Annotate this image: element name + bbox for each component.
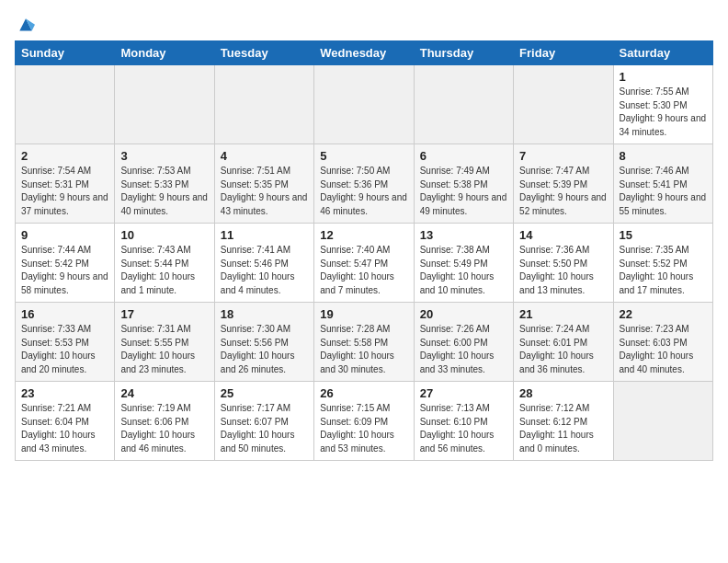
- calendar-cell: 6Sunrise: 7:49 AM Sunset: 5:38 PM Daylig…: [414, 144, 513, 224]
- calendar-cell: [16, 65, 115, 144]
- calendar-cell: 20Sunrise: 7:26 AM Sunset: 6:00 PM Dayli…: [414, 303, 513, 382]
- calendar-cell: 9Sunrise: 7:44 AM Sunset: 5:42 PM Daylig…: [16, 224, 115, 303]
- day-number: 2: [21, 149, 108, 163]
- day-number: 8: [620, 149, 707, 163]
- day-number: 14: [519, 228, 607, 242]
- day-number: 11: [221, 228, 308, 242]
- logo-icon: [17, 15, 35, 33]
- calendar-cell: 23Sunrise: 7:21 AM Sunset: 6:04 PM Dayli…: [16, 382, 115, 461]
- calendar-cell: [414, 65, 513, 144]
- calendar-week-row: 23Sunrise: 7:21 AM Sunset: 6:04 PM Dayli…: [16, 382, 713, 461]
- weekday-header: Tuesday: [214, 41, 313, 65]
- weekday-header: Friday: [514, 41, 613, 65]
- day-number: 24: [120, 386, 208, 400]
- calendar-cell: [514, 65, 613, 144]
- day-number: 20: [420, 307, 507, 321]
- day-number: 26: [320, 386, 407, 400]
- day-info: Sunrise: 7:35 AM Sunset: 5:52 PM Dayligh…: [620, 244, 707, 297]
- day-info: Sunrise: 7:41 AM Sunset: 5:46 PM Dayligh…: [221, 244, 308, 297]
- calendar-cell: 14Sunrise: 7:36 AM Sunset: 5:50 PM Dayli…: [514, 224, 613, 303]
- weekday-header: Saturday: [613, 41, 712, 65]
- weekday-header: Thursday: [414, 41, 513, 65]
- calendar-cell: 21Sunrise: 7:24 AM Sunset: 6:01 PM Dayli…: [514, 303, 613, 382]
- weekday-header-row: SundayMondayTuesdayWednesdayThursdayFrid…: [16, 41, 713, 65]
- day-number: 27: [420, 386, 507, 400]
- day-number: 3: [120, 149, 208, 163]
- day-info: Sunrise: 7:40 AM Sunset: 5:47 PM Dayligh…: [320, 244, 407, 297]
- calendar-cell: 10Sunrise: 7:43 AM Sunset: 5:44 PM Dayli…: [115, 224, 214, 303]
- day-info: Sunrise: 7:38 AM Sunset: 5:49 PM Dayligh…: [420, 244, 507, 297]
- day-number: 25: [221, 386, 308, 400]
- calendar-cell: [214, 65, 313, 144]
- day-number: 6: [420, 149, 507, 163]
- day-info: Sunrise: 7:24 AM Sunset: 6:01 PM Dayligh…: [519, 323, 607, 376]
- calendar-cell: 19Sunrise: 7:28 AM Sunset: 5:58 PM Dayli…: [314, 303, 414, 382]
- calendar-cell: 2Sunrise: 7:54 AM Sunset: 5:31 PM Daylig…: [16, 144, 115, 224]
- day-number: 13: [420, 228, 507, 242]
- calendar-cell: 17Sunrise: 7:31 AM Sunset: 5:55 PM Dayli…: [115, 303, 214, 382]
- calendar-cell: 4Sunrise: 7:51 AM Sunset: 5:35 PM Daylig…: [214, 144, 313, 224]
- day-info: Sunrise: 7:33 AM Sunset: 5:53 PM Dayligh…: [21, 323, 108, 376]
- day-number: 4: [221, 149, 308, 163]
- day-info: Sunrise: 7:31 AM Sunset: 5:55 PM Dayligh…: [120, 323, 208, 376]
- day-info: Sunrise: 7:15 AM Sunset: 6:09 PM Dayligh…: [320, 402, 407, 455]
- day-info: Sunrise: 7:51 AM Sunset: 5:35 PM Dayligh…: [221, 165, 308, 218]
- calendar-table: SundayMondayTuesdayWednesdayThursdayFrid…: [15, 40, 713, 461]
- calendar-cell: 12Sunrise: 7:40 AM Sunset: 5:47 PM Dayli…: [314, 224, 414, 303]
- calendar-cell: 8Sunrise: 7:46 AM Sunset: 5:41 PM Daylig…: [613, 144, 712, 224]
- day-info: Sunrise: 7:12 AM Sunset: 6:12 PM Dayligh…: [519, 402, 607, 455]
- day-info: Sunrise: 7:26 AM Sunset: 6:00 PM Dayligh…: [420, 323, 507, 376]
- day-number: 5: [320, 149, 407, 163]
- calendar-cell: 24Sunrise: 7:19 AM Sunset: 6:06 PM Dayli…: [115, 382, 214, 461]
- page-header: [15, 15, 713, 33]
- day-number: 9: [21, 228, 108, 242]
- day-info: Sunrise: 7:23 AM Sunset: 6:03 PM Dayligh…: [620, 323, 707, 376]
- day-number: 7: [519, 149, 607, 163]
- calendar-cell: [314, 65, 414, 144]
- calendar-cell: 1Sunrise: 7:55 AM Sunset: 5:30 PM Daylig…: [613, 65, 712, 144]
- weekday-header: Sunday: [16, 41, 115, 65]
- day-info: Sunrise: 7:13 AM Sunset: 6:10 PM Dayligh…: [420, 402, 507, 455]
- day-number: 18: [221, 307, 308, 321]
- calendar-week-row: 16Sunrise: 7:33 AM Sunset: 5:53 PM Dayli…: [16, 303, 713, 382]
- calendar-cell: 28Sunrise: 7:12 AM Sunset: 6:12 PM Dayli…: [514, 382, 613, 461]
- day-number: 16: [21, 307, 108, 321]
- calendar-week-row: 2Sunrise: 7:54 AM Sunset: 5:31 PM Daylig…: [16, 144, 713, 224]
- calendar-week-row: 1Sunrise: 7:55 AM Sunset: 5:30 PM Daylig…: [16, 65, 713, 144]
- weekday-header: Wednesday: [314, 41, 414, 65]
- day-info: Sunrise: 7:46 AM Sunset: 5:41 PM Dayligh…: [620, 165, 707, 218]
- day-number: 19: [320, 307, 407, 321]
- day-number: 12: [320, 228, 407, 242]
- calendar-cell: 25Sunrise: 7:17 AM Sunset: 6:07 PM Dayli…: [214, 382, 313, 461]
- day-number: 1: [620, 70, 707, 84]
- logo: [15, 15, 35, 33]
- day-info: Sunrise: 7:21 AM Sunset: 6:04 PM Dayligh…: [21, 402, 108, 455]
- day-info: Sunrise: 7:50 AM Sunset: 5:36 PM Dayligh…: [320, 165, 407, 218]
- calendar-cell: 5Sunrise: 7:50 AM Sunset: 5:36 PM Daylig…: [314, 144, 414, 224]
- calendar-cell: [115, 65, 214, 144]
- calendar-cell: 3Sunrise: 7:53 AM Sunset: 5:33 PM Daylig…: [115, 144, 214, 224]
- day-number: 10: [120, 228, 208, 242]
- day-info: Sunrise: 7:30 AM Sunset: 5:56 PM Dayligh…: [221, 323, 308, 376]
- day-number: 22: [620, 307, 707, 321]
- day-number: 28: [519, 386, 607, 400]
- day-info: Sunrise: 7:53 AM Sunset: 5:33 PM Dayligh…: [120, 165, 208, 218]
- calendar-cell: 7Sunrise: 7:47 AM Sunset: 5:39 PM Daylig…: [514, 144, 613, 224]
- weekday-header: Monday: [115, 41, 214, 65]
- calendar-cell: 22Sunrise: 7:23 AM Sunset: 6:03 PM Dayli…: [613, 303, 712, 382]
- calendar-cell: 13Sunrise: 7:38 AM Sunset: 5:49 PM Dayli…: [414, 224, 513, 303]
- day-info: Sunrise: 7:54 AM Sunset: 5:31 PM Dayligh…: [21, 165, 108, 218]
- calendar-cell: 27Sunrise: 7:13 AM Sunset: 6:10 PM Dayli…: [414, 382, 513, 461]
- day-info: Sunrise: 7:47 AM Sunset: 5:39 PM Dayligh…: [519, 165, 607, 218]
- day-info: Sunrise: 7:28 AM Sunset: 5:58 PM Dayligh…: [320, 323, 407, 376]
- calendar-cell: 15Sunrise: 7:35 AM Sunset: 5:52 PM Dayli…: [613, 224, 712, 303]
- day-info: Sunrise: 7:17 AM Sunset: 6:07 PM Dayligh…: [221, 402, 308, 455]
- day-number: 15: [620, 228, 707, 242]
- calendar-cell: [613, 382, 712, 461]
- day-number: 17: [120, 307, 208, 321]
- calendar-cell: 11Sunrise: 7:41 AM Sunset: 5:46 PM Dayli…: [214, 224, 313, 303]
- day-info: Sunrise: 7:55 AM Sunset: 5:30 PM Dayligh…: [620, 86, 707, 139]
- calendar-week-row: 9Sunrise: 7:44 AM Sunset: 5:42 PM Daylig…: [16, 224, 713, 303]
- day-info: Sunrise: 7:36 AM Sunset: 5:50 PM Dayligh…: [519, 244, 607, 297]
- day-info: Sunrise: 7:44 AM Sunset: 5:42 PM Dayligh…: [21, 244, 108, 297]
